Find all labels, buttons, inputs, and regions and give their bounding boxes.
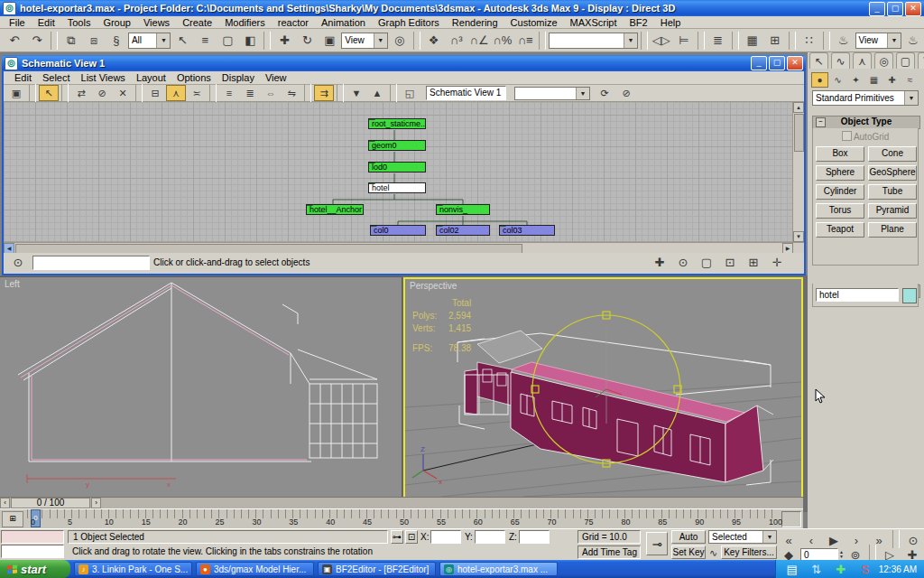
select-and-move-icon[interactable]: ✚	[273, 31, 295, 51]
preferences-icon[interactable]: ◱	[400, 85, 420, 101]
node-collapse-icon[interactable]	[368, 118, 375, 120]
time-slider-next-icon[interactable]: ›	[91, 498, 101, 508]
object-type-teapot[interactable]: Teapot	[816, 222, 864, 238]
node-collapse-icon[interactable]	[436, 225, 443, 227]
node-collapse-icon[interactable]	[499, 225, 506, 227]
menu-edit[interactable]: Edit	[9, 72, 37, 83]
collapse-selected-icon[interactable]: ⇋	[282, 85, 301, 101]
maximize-button[interactable]: ▢	[887, 2, 903, 16]
unlink-selection-icon[interactable]: ⧈	[83, 31, 105, 51]
menu-options[interactable]: Options	[171, 72, 217, 83]
viewport-left[interactable]: y x Left	[0, 277, 402, 497]
no-update-icon[interactable]: ⊘	[616, 85, 636, 101]
filter-up-icon[interactable]: ▲	[367, 85, 387, 101]
expand-selected-icon[interactable]: ⇔	[261, 85, 281, 101]
menu-bf2[interactable]: BF2	[624, 17, 653, 28]
layer-manager-icon[interactable]: ≣	[707, 31, 729, 51]
rectangular-selection-region-icon[interactable]: ▢	[217, 31, 238, 51]
object-name-field[interactable]: hotel	[816, 288, 899, 302]
maximize-button[interactable]: ▢	[769, 56, 785, 70]
viewport-perspective-label[interactable]: Perspective	[410, 281, 457, 291]
track-bar[interactable]: ⊞ 0 051015202530354045505560657075808590…	[0, 508, 803, 528]
close-button[interactable]: ✕	[905, 2, 921, 16]
frame-spinner[interactable]: ▲▼	[839, 550, 844, 559]
menu-customize[interactable]: Customize	[505, 17, 563, 28]
primitives-category-dropdown[interactable]: Standard Primitives ▼	[812, 90, 919, 106]
maxscript-mini-listener-white[interactable]	[1, 545, 64, 558]
maxscript-mini-listener-pink[interactable]	[1, 530, 64, 544]
object-type-rollout-header[interactable]: − Object Type	[812, 116, 920, 129]
chevron-down-icon[interactable]: ▼	[624, 33, 637, 48]
time-slider[interactable]: ‹ 0 / 100 ›	[0, 497, 803, 508]
menu-graph-editors[interactable]: Graph Editors	[373, 17, 445, 28]
create-tab-icon[interactable]: ↖	[809, 52, 828, 69]
bookmark-dropdown[interactable]: ▼	[514, 87, 590, 100]
pan-icon[interactable]: ✚	[649, 253, 670, 273]
vertical-scroll-thumb[interactable]	[794, 114, 804, 152]
object-type-cylinder[interactable]: Cylinder	[816, 184, 864, 200]
schematic-node-nonvis[interactable]: nonvis_	[436, 204, 490, 215]
shrink-selected-icon[interactable]: ⇉	[314, 85, 334, 101]
schematic-canvas[interactable]: root_staticme...geom0lod0hotelhotel__Anc…	[4, 102, 793, 242]
menu-reactor[interactable]: reactor	[273, 17, 314, 28]
tray-keyboard-icon[interactable]: ▤	[781, 559, 803, 578]
pan-to-selected-icon[interactable]: ✛	[766, 253, 788, 273]
select-object-icon[interactable]: ↖	[171, 31, 193, 51]
scroll-up-icon[interactable]: ▲	[793, 102, 804, 113]
taskbar-task[interactable]: ●3ds/gmax Model Hier...	[196, 562, 314, 576]
spacewarps-icon[interactable]: ≈	[901, 72, 919, 88]
use-pivot-point-center-icon[interactable]: ◎	[389, 31, 411, 51]
schematic-node-lod0[interactable]: lod0	[368, 162, 426, 172]
tray-display-icon[interactable]: ⇅	[806, 559, 827, 578]
menu-list-views[interactable]: List Views	[76, 72, 131, 83]
select-by-name-icon[interactable]: ≡	[194, 31, 216, 51]
tray-skype-icon[interactable]: S	[855, 559, 876, 578]
menu-create[interactable]: Create	[177, 17, 217, 28]
chevron-down-icon[interactable]: ▼	[156, 33, 170, 48]
collapse-rollout-icon[interactable]: −	[816, 117, 826, 127]
object-type-sphere[interactable]: Sphere	[816, 165, 864, 181]
render-preset-dropdown[interactable]: View▼	[855, 33, 901, 49]
cameras-icon[interactable]: ▦	[865, 72, 882, 88]
viewport-left-label[interactable]: Left	[5, 279, 20, 289]
hierarchy-tab-icon[interactable]: ⋏	[853, 52, 872, 69]
bind-to-spacewarp-icon[interactable]: §	[106, 31, 127, 51]
menu-tools[interactable]: Tools	[62, 17, 97, 28]
curve-editor-icon[interactable]: ▦	[742, 31, 763, 51]
object-type-geosphere[interactable]: GeoSphere	[868, 165, 917, 181]
schematic-node-col02[interactable]: col02	[436, 225, 490, 236]
chevron-down-icon[interactable]: ▼	[904, 91, 918, 105]
display-floater-icon[interactable]: ▣	[6, 85, 26, 101]
scroll-down-icon[interactable]: ▼	[793, 231, 804, 242]
autogrid-checkbox[interactable]	[842, 131, 852, 141]
schematic-node-hotelAnchor[interactable]: hotel__Anchor	[306, 204, 364, 215]
set-keys-icon[interactable]: ⊸	[646, 532, 668, 555]
menu-group[interactable]: Group	[97, 17, 136, 28]
menu-layout[interactable]: Layout	[131, 72, 171, 83]
render-setup-icon[interactable]: ♨	[833, 31, 855, 51]
zoom-extents-selected-icon[interactable]: ⊞	[743, 253, 764, 273]
select-and-link-icon[interactable]: ⧉	[60, 31, 82, 51]
systems-icon[interactable]: ✱	[919, 72, 924, 88]
zoom-extents-icon[interactable]: ⊡	[719, 253, 741, 273]
redo-icon[interactable]: ↷	[26, 31, 48, 51]
schematic-titlebar[interactable]: ◎ Schematic View 1 _▢✕	[2, 55, 806, 71]
menu-view[interactable]: View	[260, 72, 292, 83]
object-type-cone[interactable]: Cone	[868, 146, 917, 162]
arrange-children-icon[interactable]: ≍	[187, 85, 207, 101]
unlink-selected-icon[interactable]: ⊘	[92, 85, 112, 101]
object-type-plane[interactable]: Plane	[868, 222, 917, 238]
minimize-button[interactable]: _	[751, 56, 767, 70]
z-field[interactable]	[519, 530, 550, 544]
taskbar-task[interactable]: ◎hotel-exportar3.max ...	[439, 562, 558, 576]
schematic-node-geom0[interactable]: geom0	[368, 140, 426, 151]
named-selection-sets-dropdown[interactable]: ▼	[549, 33, 638, 49]
delete-objects-icon[interactable]: ✕	[113, 85, 133, 101]
angle-snap-icon[interactable]: ∩∠	[468, 31, 491, 51]
arrange-selected-icon[interactable]: ≡	[219, 85, 239, 101]
taskbar-task[interactable]: ♪3. Linkin Park - One S...	[74, 562, 192, 576]
node-collapse-icon[interactable]	[368, 140, 375, 142]
close-button[interactable]: ✕	[787, 56, 803, 70]
selection-lock-icon[interactable]: ⊶	[391, 530, 403, 544]
select-tool-icon[interactable]: ↖	[39, 85, 59, 101]
